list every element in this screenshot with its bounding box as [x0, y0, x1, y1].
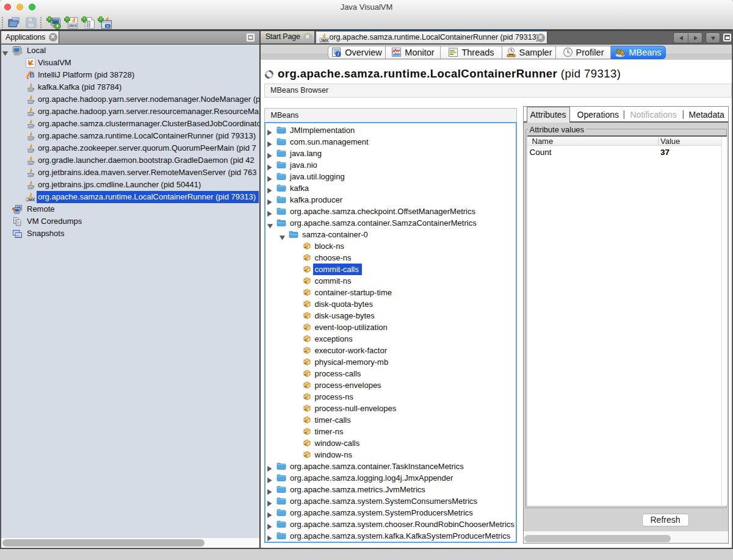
- svg-text:01: 01: [87, 24, 90, 28]
- svg-text:JMX: JMX: [27, 198, 35, 202]
- svg-text:JMX: JMX: [320, 38, 328, 43]
- svg-text:B: B: [29, 71, 34, 78]
- svg-text:JMX: JMX: [68, 23, 77, 27]
